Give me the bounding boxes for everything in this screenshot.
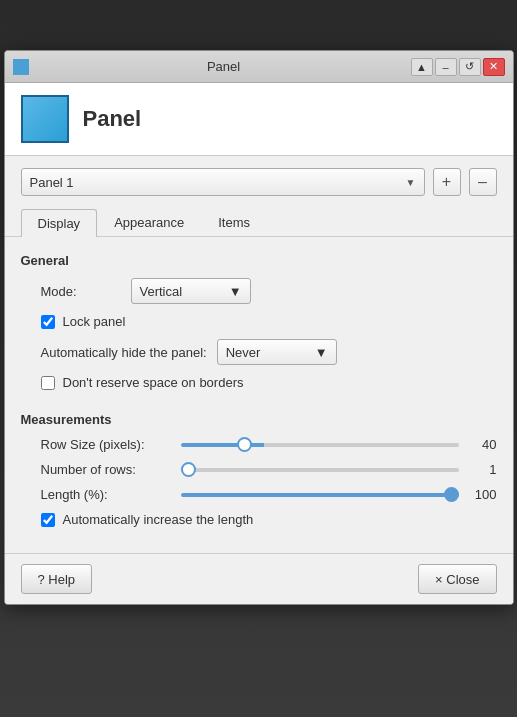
- title-btn-up[interactable]: ▲: [411, 58, 433, 76]
- length-value: 100: [467, 487, 497, 502]
- tab-appearance[interactable]: Appearance: [97, 208, 201, 236]
- title-btn-refresh[interactable]: ↺: [459, 58, 481, 76]
- num-rows-value: 1: [467, 462, 497, 477]
- reserve-space-checkbox[interactable]: [41, 376, 55, 390]
- mode-row: Mode: Vertical ▼: [21, 278, 497, 304]
- general-section-title: General: [21, 253, 497, 268]
- row-size-value: 40: [467, 437, 497, 452]
- help-button[interactable]: ? Help: [21, 564, 93, 594]
- panel-selector-dropdown[interactable]: Panel 1 ▼: [21, 168, 425, 196]
- panel-icon: [21, 95, 69, 143]
- chevron-down-icon: ▼: [315, 345, 328, 360]
- length-slider[interactable]: [181, 493, 459, 497]
- num-rows-label: Number of rows:: [41, 462, 181, 477]
- row-size-label: Row Size (pixels):: [41, 437, 181, 452]
- measurements-section-title: Measurements: [21, 412, 497, 427]
- row-size-slider[interactable]: [181, 443, 459, 447]
- chevron-down-icon: ▼: [229, 284, 242, 299]
- dialog-header: Panel: [5, 83, 513, 156]
- title-bar: Panel ▲ – ↺ ✕: [5, 51, 513, 83]
- chevron-down-icon: ▼: [406, 177, 416, 188]
- num-rows-row: Number of rows: 1: [21, 462, 497, 477]
- length-row: Length (%): 100: [21, 487, 497, 502]
- panel-selector-value: Panel 1: [30, 175, 74, 190]
- mode-label: Mode:: [41, 284, 131, 299]
- lock-panel-checkbox[interactable]: [41, 315, 55, 329]
- tab-items[interactable]: Items: [201, 208, 267, 236]
- add-panel-button[interactable]: +: [433, 168, 461, 196]
- lock-panel-row: Lock panel: [21, 314, 497, 329]
- title-btn-close[interactable]: ✕: [483, 58, 505, 76]
- close-button[interactable]: × Close: [418, 564, 496, 594]
- auto-hide-value: Never: [226, 345, 261, 360]
- dialog-header-title: Panel: [83, 106, 142, 132]
- tab-display[interactable]: Display: [21, 209, 98, 237]
- mode-value: Vertical: [140, 284, 183, 299]
- length-label: Length (%):: [41, 487, 181, 502]
- lock-panel-label: Lock panel: [63, 314, 126, 329]
- remove-panel-button[interactable]: –: [469, 168, 497, 196]
- auto-increase-row: Automatically increase the length: [21, 512, 497, 527]
- title-bar-title: Panel: [37, 59, 411, 74]
- mode-dropdown[interactable]: Vertical ▼: [131, 278, 251, 304]
- auto-increase-checkbox[interactable]: [41, 513, 55, 527]
- dialog-content: General Mode: Vertical ▼ Lock panel Auto…: [5, 237, 513, 553]
- title-bar-icon: [13, 59, 29, 75]
- row-size-row: Row Size (pixels): 40: [21, 437, 497, 452]
- tabs-container: Display Appearance Items: [5, 208, 513, 237]
- num-rows-slider[interactable]: [181, 468, 459, 472]
- auto-hide-row: Automatically hide the panel: Never ▼: [21, 339, 497, 365]
- panel-dialog: Panel ▲ – ↺ ✕ Panel Panel 1 ▼ + – Di: [4, 50, 514, 605]
- panel-selector-row: Panel 1 ▼ + –: [5, 156, 513, 208]
- title-bar-controls: ▲ – ↺ ✕: [411, 58, 505, 76]
- reserve-space-row: Don't reserve space on borders: [21, 375, 497, 390]
- dialog-footer: ? Help × Close: [5, 553, 513, 604]
- reserve-space-label: Don't reserve space on borders: [63, 375, 244, 390]
- title-btn-minimize[interactable]: –: [435, 58, 457, 76]
- auto-hide-dropdown[interactable]: Never ▼: [217, 339, 337, 365]
- auto-increase-label: Automatically increase the length: [63, 512, 254, 527]
- auto-hide-label: Automatically hide the panel:: [41, 345, 207, 360]
